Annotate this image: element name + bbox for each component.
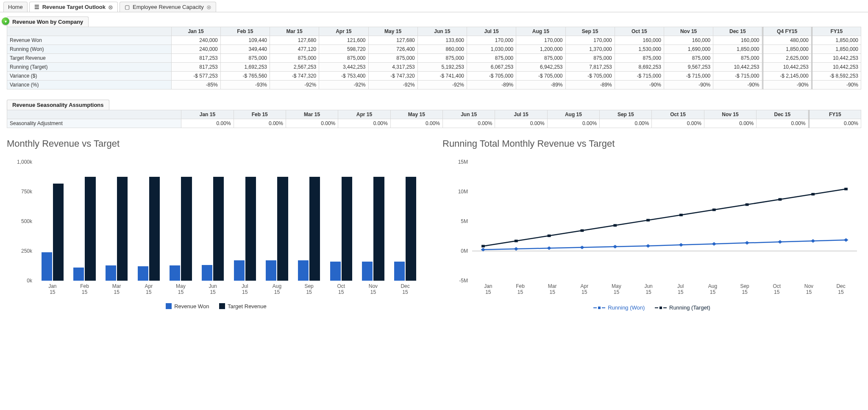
close-icon[interactable]: ⊗ <box>206 4 211 10</box>
cell[interactable]: 0.00% <box>443 119 495 128</box>
cell[interactable]: 0.00% <box>652 119 704 128</box>
column-header[interactable]: Jun 15 <box>417 27 467 36</box>
cell[interactable]: -92% <box>417 81 467 89</box>
row-label[interactable]: Revenue Won <box>7 36 172 45</box>
cell[interactable]: 170,000 <box>467 36 516 45</box>
cell[interactable]: -90% <box>762 81 812 89</box>
column-header[interactable]: Feb 15 <box>220 27 270 36</box>
cell[interactable]: 875,000 <box>713 54 762 63</box>
cell[interactable]: 0.00% <box>181 119 234 128</box>
column-header[interactable]: FY15 <box>809 110 861 119</box>
column-header[interactable]: May 15 <box>390 110 442 119</box>
row-label[interactable]: Running (Won) <box>7 45 172 54</box>
bar-target-revenue[interactable] <box>85 177 95 281</box>
data-point[interactable] <box>548 234 551 237</box>
bar-target-revenue[interactable] <box>245 177 256 281</box>
column-header[interactable]: Aug 15 <box>516 27 565 36</box>
column-header[interactable]: Mar 15 <box>286 110 338 119</box>
cell[interactable]: 2,567,253 <box>270 63 319 72</box>
cell[interactable]: -$ 747,320 <box>368 72 417 81</box>
bar-revenue-won[interactable] <box>298 260 309 281</box>
bar-revenue-won[interactable] <box>266 260 276 281</box>
cell[interactable]: 0.00% <box>809 119 861 128</box>
cell[interactable]: 127,680 <box>270 36 319 45</box>
cell[interactable]: -92% <box>319 81 368 89</box>
column-header[interactable]: Jan 15 <box>181 110 234 119</box>
cell[interactable]: 7,817,253 <box>565 63 615 72</box>
cell[interactable]: 0.00% <box>338 119 390 128</box>
data-point[interactable] <box>481 245 485 248</box>
cell[interactable]: 170,000 <box>516 36 565 45</box>
row-label[interactable]: Seasonality Adjustment <box>7 119 181 128</box>
column-header[interactable]: Q4 FY15 <box>762 27 812 36</box>
cell[interactable]: 0.00% <box>286 119 338 128</box>
cell[interactable]: 1,850,000 <box>812 36 861 45</box>
cell[interactable]: 1,692,253 <box>220 63 270 72</box>
cell[interactable]: 3,442,253 <box>319 63 368 72</box>
cell[interactable]: 240,000 <box>171 45 220 54</box>
cell[interactable]: 10,442,253 <box>812 54 861 63</box>
data-point[interactable] <box>778 240 782 243</box>
cell[interactable]: 160,000 <box>713 36 762 45</box>
data-point[interactable] <box>646 219 650 221</box>
cell[interactable]: 480,000 <box>762 36 812 45</box>
cell[interactable]: -$ 577,253 <box>171 72 220 81</box>
cell[interactable]: 598,720 <box>319 45 368 54</box>
data-point[interactable] <box>844 188 848 190</box>
close-icon[interactable]: ⊗ <box>108 4 113 10</box>
cell[interactable]: 170,000 <box>565 36 615 45</box>
cell[interactable]: 1,850,000 <box>713 45 762 54</box>
section-caption-seasonality[interactable]: Revenue Seasonality Assumptions <box>7 100 109 110</box>
cell[interactable]: 2,625,000 <box>762 54 812 63</box>
cell[interactable]: -$ 765,560 <box>220 72 270 81</box>
cell[interactable]: 875,000 <box>220 54 270 63</box>
cell[interactable]: 9,567,253 <box>664 63 713 72</box>
data-point[interactable] <box>746 204 749 206</box>
bar-revenue-won[interactable] <box>170 265 180 281</box>
bar-target-revenue[interactable] <box>277 177 288 281</box>
cell[interactable]: -89% <box>467 81 516 89</box>
row-label[interactable]: Variance (%) <box>7 81 172 89</box>
cell[interactable]: 1,850,000 <box>762 45 812 54</box>
data-point[interactable] <box>712 242 716 245</box>
column-header[interactable]: Dec 15 <box>757 110 809 119</box>
cell[interactable]: 875,000 <box>368 54 417 63</box>
column-header[interactable]: Jan 15 <box>171 27 220 36</box>
column-header[interactable]: Nov 15 <box>704 110 756 119</box>
cell[interactable]: -$ 705,000 <box>516 72 565 81</box>
column-header[interactable]: FY15 <box>812 27 861 36</box>
column-header[interactable]: Feb 15 <box>234 110 286 119</box>
cell[interactable]: -$ 741,400 <box>417 72 467 81</box>
tab-home[interactable]: Home <box>3 2 28 12</box>
data-point[interactable] <box>779 198 782 201</box>
cell[interactable]: 875,000 <box>565 54 615 63</box>
cell[interactable]: 0.00% <box>234 119 286 128</box>
cell[interactable]: -$ 747,320 <box>270 72 319 81</box>
bar-revenue-won[interactable] <box>106 265 116 281</box>
data-point[interactable] <box>811 193 815 195</box>
cell[interactable]: 860,000 <box>417 45 467 54</box>
bar-target-revenue[interactable] <box>309 177 320 281</box>
cell[interactable]: -89% <box>565 81 615 89</box>
data-point[interactable] <box>547 246 551 250</box>
cell[interactable]: 121,600 <box>319 36 368 45</box>
cell[interactable]: 10,442,253 <box>812 63 861 72</box>
cell[interactable]: 10,442,253 <box>762 63 812 72</box>
bar-revenue-won[interactable] <box>394 262 405 281</box>
cell[interactable]: 10,442,253 <box>713 63 762 72</box>
cell[interactable]: -90% <box>713 81 762 89</box>
bar-target-revenue[interactable] <box>406 177 416 281</box>
cell[interactable]: -89% <box>516 81 565 89</box>
column-header[interactable]: Aug 15 <box>547 110 599 119</box>
bar-target-revenue[interactable] <box>117 177 128 281</box>
cell[interactable]: -90% <box>812 81 861 89</box>
section-caption[interactable]: Revenue Won by Company <box>7 17 89 27</box>
expand-icon[interactable]: ▾ <box>2 17 9 25</box>
cell[interactable]: 6,067,253 <box>467 63 516 72</box>
column-header[interactable]: Sep 15 <box>565 27 615 36</box>
data-point[interactable] <box>679 214 683 216</box>
column-header[interactable]: Oct 15 <box>615 27 664 36</box>
data-point[interactable] <box>613 245 618 248</box>
cell[interactable]: 349,440 <box>220 45 270 54</box>
cell[interactable]: 1,030,000 <box>467 45 516 54</box>
